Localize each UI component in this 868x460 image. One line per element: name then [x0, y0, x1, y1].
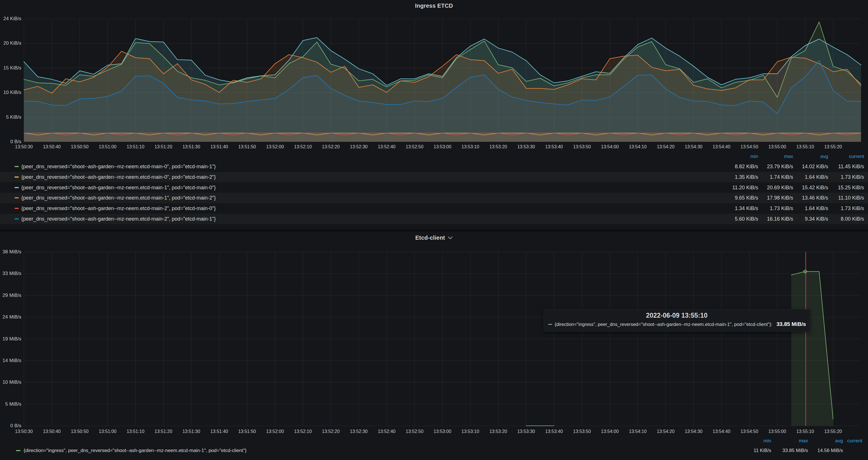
x-tick-label: 13:53:10 — [462, 429, 479, 434]
x-tick-label: 13:52:00 — [266, 144, 284, 149]
legend-value-min: 11.20 KiB/s — [732, 184, 758, 190]
legend-value-current: 8.00 KiB/s — [841, 216, 864, 222]
x-tick-label: 13:52:00 — [266, 429, 284, 434]
x-tick-label: 13:52:50 — [406, 144, 424, 149]
x-tick-label: 13:54:10 — [629, 144, 647, 149]
x-tick-label: 13:54:20 — [657, 144, 675, 149]
x-tick-label: 13:51:20 — [155, 144, 172, 149]
tooltip-value: 33.85 MiB/s — [777, 321, 806, 327]
x-tick-label: 13:51:30 — [182, 144, 200, 149]
legend-series-label[interactable]: {peer_dns_reversed="shoot--ash-garden--m… — [21, 206, 216, 212]
legend-value-max: 1.74 KiB/s — [770, 174, 793, 180]
x-tick-label: 13:55:00 — [768, 429, 786, 434]
legend-value-current: 15.25 KiB/s — [838, 184, 864, 190]
series-fill — [791, 272, 833, 426]
y-tick-label: 5 MiB/s — [0, 401, 21, 407]
x-tick-label: 13:53:20 — [490, 144, 507, 149]
legend-row: {peer_dns_reversed="shoot--ash-garden--m… — [0, 214, 868, 224]
legend-value-max: 20.69 KiB/s — [767, 184, 793, 190]
x-tick-label: 13:53:50 — [573, 429, 591, 434]
x-tick-label: 13:51:10 — [127, 429, 144, 434]
x-tick-label: 13:54:50 — [741, 429, 758, 434]
panel-etcd-client: Etcd-client 13:50:3013:50:4013:50:5013:5… — [0, 232, 868, 460]
legend-value-current: 1.73 KiB/s — [841, 206, 864, 212]
x-tick-label: 13:55:10 — [796, 144, 814, 149]
legend-value-avg: 14.02 KiB/s — [802, 164, 828, 170]
legend-series-label[interactable]: {peer_dns_reversed="shoot--ash-garden--m… — [21, 195, 216, 201]
y-tick-label: 38 MiB/s — [0, 249, 21, 255]
legend-series-dash[interactable] — [14, 208, 19, 209]
legend-series-label[interactable]: {peer_dns_reversed="shoot--ash-garden--m… — [21, 216, 216, 222]
legend-header-avg[interactable]: avg — [835, 438, 843, 444]
tooltip-timestamp: 2022-06-09 13:55:10 — [544, 312, 810, 319]
legend-series-label[interactable]: {peer_dns_reversed="shoot--ash-garden--m… — [21, 164, 216, 170]
x-tick-label: 13:54:00 — [601, 144, 619, 149]
x-tick-label: 13:52:30 — [350, 144, 367, 149]
x-tick-label: 13:55:00 — [768, 144, 786, 149]
legend-header-min[interactable]: min — [750, 154, 758, 159]
x-tick-label: 13:54:30 — [685, 144, 702, 149]
tooltip-series-dash — [548, 324, 552, 325]
legend-series-dash[interactable] — [14, 218, 19, 219]
x-tick-label: 13:55:10 — [796, 429, 814, 434]
legend-value-min: 9.65 KiB/s — [735, 195, 758, 201]
legend-header-current[interactable]: current — [849, 154, 864, 159]
y-tick-label: 29 MiB/s — [0, 293, 21, 298]
x-tick-label: 13:53:40 — [545, 429, 563, 434]
y-tick-label: 10 KiB/s — [0, 90, 21, 95]
x-tick-label: 13:50:50 — [71, 144, 89, 149]
x-tick-label: 13:53:10 — [462, 144, 479, 149]
legend-series-label[interactable]: {peer_dns_reversed="shoot--ash-garden--m… — [21, 184, 216, 190]
x-tick-label: 13:53:50 — [573, 144, 591, 149]
x-tick-label: 13:51:30 — [182, 429, 200, 434]
legend-series-dash[interactable] — [14, 187, 19, 188]
x-tick-label: 13:54:00 — [601, 429, 619, 434]
x-tick-label: 13:50:30 — [15, 429, 33, 434]
legend-header-avg[interactable]: avg — [820, 154, 828, 159]
y-tick-label: 10 MiB/s — [0, 379, 21, 385]
x-tick-label: 13:51:50 — [238, 144, 256, 149]
y-tick-label: 24 MiB/s — [0, 314, 21, 320]
x-tick-label: 13:50:50 — [71, 429, 89, 434]
legend-value-current: 11.45 KiB/s — [838, 164, 864, 170]
legend-value-avg: 9.34 KiB/s — [805, 216, 828, 222]
x-tick-label: 13:52:10 — [294, 429, 312, 434]
legend-value-avg: 15.42 KiB/s — [802, 184, 828, 190]
x-tick-label: 13:54:30 — [685, 429, 702, 434]
x-tick-label: 13:55:20 — [824, 429, 842, 434]
x-tick-label: 13:54:40 — [713, 429, 730, 434]
x-tick-label: 13:50:40 — [43, 144, 61, 149]
x-tick-label: 13:53:00 — [434, 429, 452, 434]
x-tick-label: 13:52:20 — [322, 429, 340, 434]
x-tick-label: 13:52:10 — [294, 144, 312, 149]
legend-header-min[interactable]: min — [764, 438, 771, 444]
legend-value-min: 8.82 KiB/s — [735, 164, 758, 170]
legend-series-label[interactable]: {direction="ingress", peer_dns_reversed=… — [24, 448, 246, 454]
x-tick-label: 13:51:40 — [210, 429, 228, 434]
graph-tooltip: 2022-06-09 13:55:10 {direction="ingress"… — [544, 309, 810, 332]
legend-value-avg: 1.64 KiB/s — [805, 174, 828, 180]
legend-value-avg: 14.56 MiB/s — [817, 448, 843, 454]
legend-value-min: 5.60 KiB/s — [735, 216, 758, 222]
x-tick-label: 13:53:30 — [517, 144, 535, 149]
legend-value-min: 11 KiB/s — [753, 448, 771, 454]
legend-value-max: 1.73 KiB/s — [770, 206, 793, 212]
y-tick-label: 15 KiB/s — [0, 65, 21, 71]
y-tick-label: 24 KiB/s — [0, 16, 21, 22]
legend-value-avg: 1.64 KiB/s — [805, 206, 828, 212]
legend-series-dash[interactable] — [14, 197, 19, 198]
legend-header-max[interactable]: max — [784, 154, 793, 159]
legend-series-label[interactable]: {peer_dns_reversed="shoot--ash-garden--m… — [21, 174, 216, 180]
x-tick-label: 13:51:10 — [127, 144, 144, 149]
x-tick-label: 13:53:00 — [434, 144, 452, 149]
legend-series-dash[interactable] — [14, 166, 19, 167]
y-tick-label: 0 B/s — [0, 139, 21, 145]
y-tick-label: 0 B/s — [0, 423, 21, 429]
chart-etcd-client[interactable] — [0, 232, 868, 460]
tooltip-series-label: {direction="ingress", peer_dns_reversed=… — [555, 321, 772, 327]
legend-series-dash[interactable] — [14, 177, 19, 178]
legend-header-current[interactable]: current — [847, 438, 862, 444]
legend-header-max[interactable]: max — [799, 438, 808, 444]
legend-series-dash[interactable] — [16, 450, 21, 451]
legend-row: {peer_dns_reversed="shoot--ash-garden--m… — [0, 193, 868, 203]
